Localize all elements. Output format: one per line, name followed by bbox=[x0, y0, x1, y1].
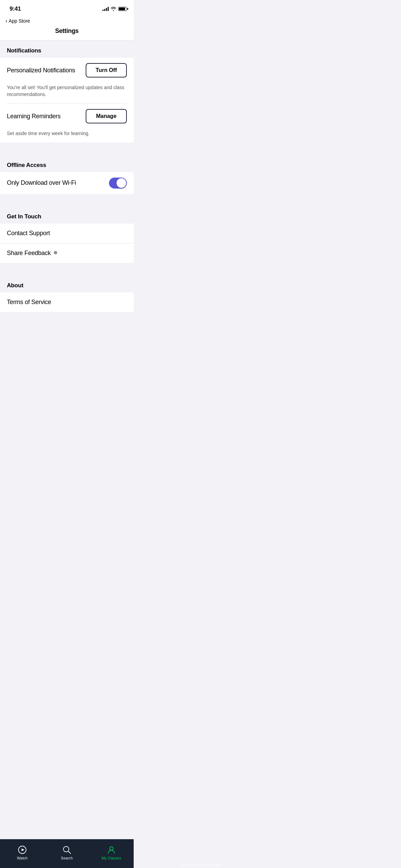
turn-off-button[interactable]: Turn Off bbox=[86, 63, 127, 77]
get-in-touch-section-header: Get In Touch bbox=[0, 206, 134, 224]
battery-icon bbox=[118, 7, 127, 11]
back-app-label[interactable]: App Store bbox=[9, 18, 30, 24]
about-title: About bbox=[7, 282, 23, 289]
notifications-section-header: Notifications bbox=[0, 40, 134, 58]
settings-content: Notifications Personalized Notifications… bbox=[0, 40, 134, 343]
wifi-only-row: Only Download over Wi-Fi bbox=[0, 172, 134, 194]
wifi-icon bbox=[111, 7, 116, 11]
contact-support-label: Contact Support bbox=[7, 230, 50, 237]
terms-of-service-item[interactable]: Terms of Service bbox=[0, 292, 134, 312]
signal-icon bbox=[102, 7, 109, 11]
contact-support-item[interactable]: Contact Support bbox=[0, 224, 134, 243]
section-gap-2 bbox=[0, 194, 134, 206]
about-section-header: About bbox=[0, 275, 134, 292]
status-time: 9:41 bbox=[10, 5, 21, 12]
learning-reminders-description: Set aside time every week for learning. bbox=[0, 129, 134, 143]
share-feedback-label: Share Feedback bbox=[7, 250, 51, 256]
nav-header: Settings bbox=[0, 24, 134, 40]
page-title: Settings bbox=[55, 27, 79, 35]
notifications-title: Notifications bbox=[7, 47, 41, 54]
personalized-notifications-row: Personalized Notifications Turn Off bbox=[0, 58, 134, 83]
back-chevron: ‹ bbox=[5, 18, 7, 24]
share-feedback-item[interactable]: Share Feedback bbox=[0, 243, 134, 263]
learning-reminders-row: Learning Reminders Manage bbox=[0, 104, 134, 129]
offline-access-card: Only Download over Wi-Fi bbox=[0, 172, 134, 194]
toggle-knob bbox=[117, 178, 126, 188]
terms-of-service-label: Terms of Service bbox=[7, 299, 51, 305]
personalized-notifications-label: Personalized Notifications bbox=[7, 67, 86, 74]
manage-button[interactable]: Manage bbox=[86, 109, 127, 123]
get-in-touch-title: Get In Touch bbox=[7, 213, 41, 220]
section-gap-1 bbox=[0, 143, 134, 155]
wifi-only-toggle[interactable] bbox=[109, 178, 127, 189]
personalized-notifications-description: You're all set! You'll get personalized … bbox=[0, 83, 134, 103]
about-card: Terms of Service bbox=[0, 292, 134, 312]
offline-access-title: Offline Access bbox=[7, 162, 46, 168]
get-in-touch-card: Contact Support Share Feedback bbox=[0, 224, 134, 263]
back-row: ‹ App Store bbox=[0, 16, 134, 24]
status-icons bbox=[102, 7, 127, 11]
notifications-card: Personalized Notifications Turn Off You'… bbox=[0, 58, 134, 143]
status-bar: 9:41 bbox=[0, 0, 134, 16]
notification-dot bbox=[54, 251, 57, 254]
section-gap-3 bbox=[0, 263, 134, 275]
wifi-only-label: Only Download over Wi-Fi bbox=[7, 179, 109, 186]
offline-access-section-header: Offline Access bbox=[0, 155, 134, 172]
learning-reminders-label: Learning Reminders bbox=[7, 113, 86, 120]
